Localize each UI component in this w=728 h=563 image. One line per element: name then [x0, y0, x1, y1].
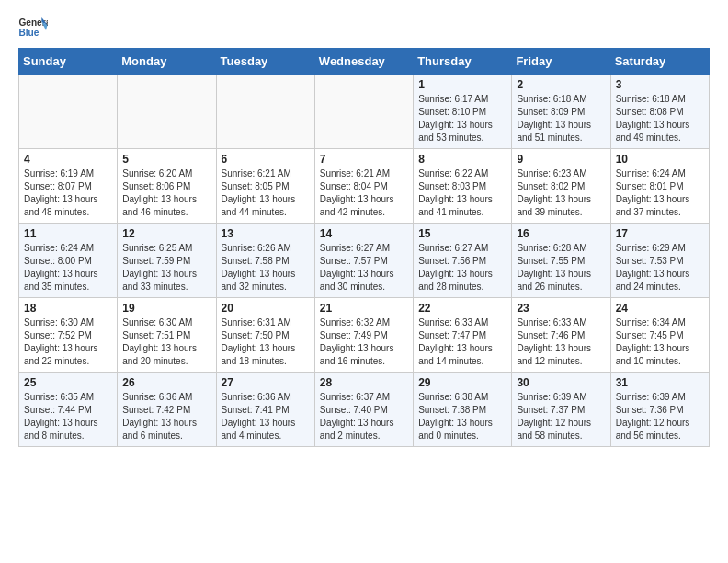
day-number: 3 — [616, 78, 704, 91]
weekday-header-row: SundayMondayTuesdayWednesdayThursdayFrid… — [19, 49, 710, 75]
day-number: 5 — [122, 153, 210, 166]
calendar-cell: 27Sunrise: 6:36 AM Sunset: 7:41 PM Dayli… — [216, 373, 314, 447]
weekday-header-wednesday: Wednesday — [314, 49, 413, 75]
day-number: 21 — [320, 302, 408, 315]
calendar-cell — [118, 75, 216, 149]
day-detail: Sunrise: 6:17 AM Sunset: 8:10 PM Dayligh… — [418, 93, 506, 144]
day-detail: Sunrise: 6:33 AM Sunset: 7:47 PM Dayligh… — [418, 316, 506, 368]
calendar-cell: 19Sunrise: 6:30 AM Sunset: 7:51 PM Dayli… — [118, 298, 216, 373]
day-number: 4 — [24, 153, 112, 166]
calendar-cell — [216, 75, 314, 149]
calendar-cell: 2Sunrise: 6:18 AM Sunset: 8:09 PM Daylig… — [512, 75, 610, 149]
calendar-cell: 1Sunrise: 6:17 AM Sunset: 8:10 PM Daylig… — [414, 75, 512, 149]
calendar-cell: 20Sunrise: 6:31 AM Sunset: 7:50 PM Dayli… — [216, 298, 314, 373]
calendar-cell: 5Sunrise: 6:20 AM Sunset: 8:06 PM Daylig… — [118, 149, 216, 224]
calendar-cell: 12Sunrise: 6:25 AM Sunset: 7:59 PM Dayli… — [118, 224, 216, 298]
weekday-header-tuesday: Tuesday — [216, 49, 314, 75]
weekday-header-sunday: Sunday — [19, 49, 118, 75]
day-detail: Sunrise: 6:32 AM Sunset: 7:49 PM Dayligh… — [320, 316, 408, 368]
calendar-week-row: 11Sunrise: 6:24 AM Sunset: 8:00 PM Dayli… — [19, 224, 710, 298]
day-detail: Sunrise: 6:24 AM Sunset: 8:01 PM Dayligh… — [616, 167, 704, 219]
day-detail: Sunrise: 6:25 AM Sunset: 7:59 PM Dayligh… — [122, 242, 210, 293]
calendar-cell: 8Sunrise: 6:22 AM Sunset: 8:03 PM Daylig… — [414, 149, 512, 224]
calendar-cell: 17Sunrise: 6:29 AM Sunset: 7:53 PM Dayli… — [610, 224, 709, 298]
day-number: 23 — [517, 302, 605, 315]
calendar-week-row: 25Sunrise: 6:35 AM Sunset: 7:44 PM Dayli… — [19, 373, 710, 447]
calendar-cell: 22Sunrise: 6:33 AM Sunset: 7:47 PM Dayli… — [414, 298, 512, 373]
calendar-cell: 9Sunrise: 6:23 AM Sunset: 8:02 PM Daylig… — [512, 149, 610, 224]
day-detail: Sunrise: 6:30 AM Sunset: 7:51 PM Dayligh… — [122, 316, 210, 368]
day-number: 15 — [418, 227, 506, 240]
calendar-week-row: 18Sunrise: 6:30 AM Sunset: 7:52 PM Dayli… — [19, 298, 710, 373]
day-detail: Sunrise: 6:18 AM Sunset: 8:09 PM Dayligh… — [517, 93, 605, 144]
day-number: 2 — [517, 78, 605, 91]
header: General Blue — [18, 15, 710, 40]
calendar-cell: 7Sunrise: 6:21 AM Sunset: 8:04 PM Daylig… — [314, 149, 413, 224]
calendar-cell: 29Sunrise: 6:38 AM Sunset: 7:38 PM Dayli… — [414, 373, 512, 447]
day-detail: Sunrise: 6:21 AM Sunset: 8:04 PM Dayligh… — [320, 167, 408, 219]
calendar-cell: 28Sunrise: 6:37 AM Sunset: 7:40 PM Dayli… — [314, 373, 413, 447]
day-number: 8 — [418, 153, 506, 166]
weekday-header-monday: Monday — [118, 49, 216, 75]
day-detail: Sunrise: 6:35 AM Sunset: 7:44 PM Dayligh… — [24, 391, 112, 442]
day-detail: Sunrise: 6:37 AM Sunset: 7:40 PM Dayligh… — [320, 391, 408, 442]
day-detail: Sunrise: 6:38 AM Sunset: 7:38 PM Dayligh… — [418, 391, 506, 442]
day-number: 31 — [616, 376, 704, 389]
day-detail: Sunrise: 6:21 AM Sunset: 8:05 PM Dayligh… — [222, 167, 310, 219]
day-number: 11 — [24, 227, 112, 240]
weekday-header-friday: Friday — [512, 49, 610, 75]
day-number: 1 — [418, 78, 506, 91]
day-number: 18 — [24, 302, 112, 315]
calendar-cell — [314, 75, 413, 149]
calendar-cell: 31Sunrise: 6:39 AM Sunset: 7:36 PM Dayli… — [610, 373, 709, 447]
day-number: 12 — [122, 227, 210, 240]
calendar-cell: 4Sunrise: 6:19 AM Sunset: 8:07 PM Daylig… — [19, 149, 118, 224]
day-detail: Sunrise: 6:34 AM Sunset: 7:45 PM Dayligh… — [616, 316, 704, 368]
logo-icon: General Blue — [18, 15, 48, 40]
day-number: 24 — [616, 302, 704, 315]
calendar-cell: 18Sunrise: 6:30 AM Sunset: 7:52 PM Dayli… — [19, 298, 118, 373]
calendar-cell: 26Sunrise: 6:36 AM Sunset: 7:42 PM Dayli… — [118, 373, 216, 447]
calendar-cell: 3Sunrise: 6:18 AM Sunset: 8:08 PM Daylig… — [610, 75, 709, 149]
day-detail: Sunrise: 6:39 AM Sunset: 7:37 PM Dayligh… — [517, 391, 605, 442]
day-detail: Sunrise: 6:29 AM Sunset: 7:53 PM Dayligh… — [616, 242, 704, 293]
calendar-cell: 6Sunrise: 6:21 AM Sunset: 8:05 PM Daylig… — [216, 149, 314, 224]
calendar-cell: 14Sunrise: 6:27 AM Sunset: 7:57 PM Dayli… — [314, 224, 413, 298]
day-number: 14 — [320, 227, 408, 240]
day-detail: Sunrise: 6:27 AM Sunset: 7:57 PM Dayligh… — [320, 242, 408, 293]
calendar-cell: 30Sunrise: 6:39 AM Sunset: 7:37 PM Dayli… — [512, 373, 610, 447]
day-number: 25 — [24, 376, 112, 389]
day-number: 28 — [320, 376, 408, 389]
day-number: 20 — [222, 302, 310, 315]
weekday-header-saturday: Saturday — [610, 49, 709, 75]
day-detail: Sunrise: 6:36 AM Sunset: 7:42 PM Dayligh… — [122, 391, 210, 442]
calendar-cell: 23Sunrise: 6:33 AM Sunset: 7:46 PM Dayli… — [512, 298, 610, 373]
calendar-week-row: 4Sunrise: 6:19 AM Sunset: 8:07 PM Daylig… — [19, 149, 710, 224]
day-detail: Sunrise: 6:33 AM Sunset: 7:46 PM Dayligh… — [517, 316, 605, 368]
day-number: 30 — [517, 376, 605, 389]
calendar-cell — [19, 75, 118, 149]
day-detail: Sunrise: 6:22 AM Sunset: 8:03 PM Dayligh… — [418, 167, 506, 219]
day-detail: Sunrise: 6:18 AM Sunset: 8:08 PM Dayligh… — [616, 93, 704, 144]
day-detail: Sunrise: 6:23 AM Sunset: 8:02 PM Dayligh… — [517, 167, 605, 219]
day-detail: Sunrise: 6:28 AM Sunset: 7:55 PM Dayligh… — [517, 242, 605, 293]
day-detail: Sunrise: 6:27 AM Sunset: 7:56 PM Dayligh… — [418, 242, 506, 293]
day-detail: Sunrise: 6:39 AM Sunset: 7:36 PM Dayligh… — [616, 391, 704, 442]
day-detail: Sunrise: 6:19 AM Sunset: 8:07 PM Dayligh… — [24, 167, 112, 219]
day-number: 16 — [517, 227, 605, 240]
calendar-cell: 15Sunrise: 6:27 AM Sunset: 7:56 PM Dayli… — [414, 224, 512, 298]
day-number: 22 — [418, 302, 506, 315]
logo: General Blue — [18, 15, 51, 40]
day-number: 17 — [616, 227, 704, 240]
day-number: 10 — [616, 153, 704, 166]
day-detail: Sunrise: 6:30 AM Sunset: 7:52 PM Dayligh… — [24, 316, 112, 368]
calendar-table: SundayMondayTuesdayWednesdayThursdayFrid… — [18, 48, 710, 447]
calendar-week-row: 1Sunrise: 6:17 AM Sunset: 8:10 PM Daylig… — [19, 75, 710, 149]
day-number: 13 — [222, 227, 310, 240]
weekday-header-thursday: Thursday — [414, 49, 512, 75]
day-number: 29 — [418, 376, 506, 389]
calendar-cell: 10Sunrise: 6:24 AM Sunset: 8:01 PM Dayli… — [610, 149, 709, 224]
calendar-cell: 21Sunrise: 6:32 AM Sunset: 7:49 PM Dayli… — [314, 298, 413, 373]
day-detail: Sunrise: 6:20 AM Sunset: 8:06 PM Dayligh… — [122, 167, 210, 219]
calendar-cell: 11Sunrise: 6:24 AM Sunset: 8:00 PM Dayli… — [19, 224, 118, 298]
